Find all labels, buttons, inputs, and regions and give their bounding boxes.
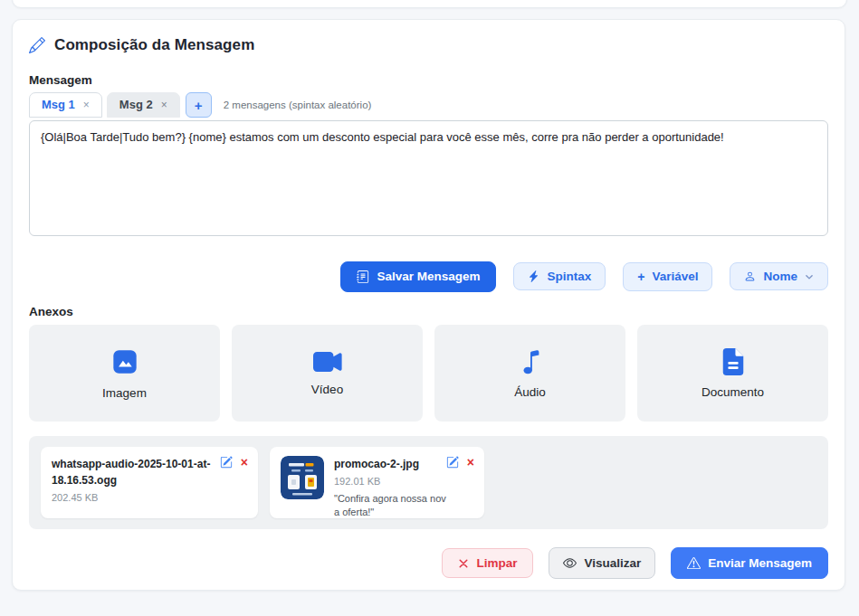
preview-button[interactable]: Visualizar [549, 547, 655, 579]
page-title: Composição da Mensagem [54, 36, 254, 54]
attach-image-label: Imagem [102, 386, 147, 400]
warning-triangle-icon [687, 556, 701, 570]
message-count-info: 2 mensagens (spintax aleatório) [224, 100, 372, 110]
eye-icon [563, 556, 577, 570]
edit-caption-icon[interactable] [446, 456, 459, 469]
attached-files-list: whatsapp-audio-2025-10-01-at-18.16.53.og… [29, 436, 828, 529]
attach-audio-label: Áudio [514, 385, 546, 399]
attachment-types: Imagem Vídeo Áudio Documento [29, 325, 828, 422]
document-icon [720, 348, 747, 375]
add-message-button[interactable]: + [186, 92, 212, 118]
file-size: 192.01 KB [334, 476, 450, 487]
message-tabs: Msg 1 × Msg 2 × + 2 mensagens (spintax a… [29, 92, 828, 118]
file-item-image: promocao-2-.jpg 192.01 KB "Confira agora… [270, 447, 484, 518]
file-name: promocao-2-.jpg [334, 456, 450, 472]
file-caption: "Confira agora nossa nova oferta!" [334, 492, 450, 520]
file-item-audio: whatsapp-audio-2025-10-01-at-18.16.53.og… [41, 447, 258, 518]
attach-document-label: Documento [702, 385, 764, 399]
send-message-button[interactable]: Enviar Mensagem [671, 547, 828, 579]
file-name: whatsapp-audio-2025-10-01-at-18.16.53.og… [52, 456, 211, 488]
clear-button[interactable]: Limpar [442, 548, 533, 579]
attachment-thumbnail [281, 456, 324, 499]
plus-icon: + [637, 270, 644, 283]
attach-video-label: Vídeo [311, 383, 343, 396]
lightning-icon [528, 270, 539, 282]
file-meta: promocao-2-.jpg 192.01 KB "Confira agora… [334, 456, 450, 509]
save-message-button[interactable]: Salvar Mensagem [340, 261, 496, 292]
x-icon [458, 558, 469, 569]
remove-file-icon[interactable]: × [241, 456, 248, 469]
message-composition-card: Composição da Mensagem Mensagem Msg 1 × … [12, 19, 845, 591]
send-label: Enviar Mensagem [708, 557, 812, 570]
message-textarea[interactable]: {Olá|Boa Tarde|Tudo bem?} {nome} estamos… [29, 120, 828, 236]
remove-file-icon[interactable]: × [467, 456, 474, 469]
attach-image-card[interactable]: Imagem [29, 325, 220, 422]
name-dropdown-button[interactable]: Nome [730, 262, 828, 291]
card-header: Composição da Mensagem [29, 34, 828, 56]
file-actions: × [220, 456, 248, 469]
video-icon [313, 351, 342, 373]
attach-video-card[interactable]: Vídeo [232, 325, 423, 422]
spintax-label: Spintax [547, 270, 591, 283]
add-variable-button[interactable]: + Variável [623, 262, 712, 291]
attach-document-card[interactable]: Documento [637, 325, 828, 422]
journal-icon [357, 270, 369, 283]
previous-card-edge [12, 0, 847, 8]
clear-label: Limpar [476, 557, 517, 570]
tab-msg-2-close-icon[interactable]: × [161, 100, 167, 110]
variable-label: Variável [652, 270, 698, 283]
attachments-label: Anexos [29, 305, 828, 318]
file-actions: × [446, 456, 474, 469]
chevron-down-icon [805, 272, 814, 281]
audio-icon [517, 348, 544, 375]
message-actions: Salvar Mensagem Spintax + Variável Nome [29, 261, 828, 291]
image-icon [110, 347, 139, 376]
attach-audio-card[interactable]: Áudio [434, 325, 625, 422]
name-label: Nome [763, 270, 797, 283]
edit-caption-icon[interactable] [220, 456, 233, 469]
save-message-label: Salvar Mensagem [377, 270, 480, 283]
footer-actions: Limpar Visualizar Enviar Mensagem [29, 547, 828, 579]
message-label: Mensagem [29, 73, 828, 87]
tab-msg-1-close-icon[interactable]: × [83, 100, 90, 110]
file-size: 202.45 KB [52, 492, 247, 503]
spintax-button[interactable]: Spintax [513, 262, 606, 291]
tab-msg-2[interactable]: Msg 2 × [107, 92, 180, 118]
tab-msg-1-label: Msg 1 [42, 98, 75, 111]
person-icon [744, 270, 756, 282]
tab-msg-2-label: Msg 2 [119, 98, 153, 111]
tab-msg-1[interactable]: Msg 1 × [29, 92, 102, 118]
preview-label: Visualizar [584, 557, 641, 570]
pencil-icon [29, 37, 45, 53]
